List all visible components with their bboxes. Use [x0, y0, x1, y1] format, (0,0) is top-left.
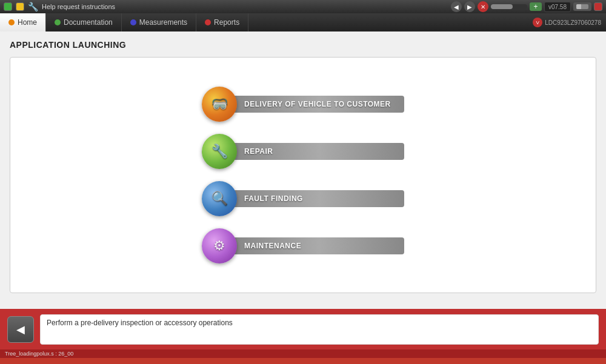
tab-reports[interactable]: Reports — [196, 13, 248, 31]
tab-measurements-label: Measurements — [139, 18, 187, 27]
footer: Tree_loadingpolux.s : 26_00 — [0, 349, 606, 358]
main-content: APPLICATION LAUNCHING 🥽 DELIVERY OF VEHI… — [0, 31, 606, 309]
vehicle-icon: V — [533, 18, 542, 27]
repair-icon: 🔧 — [202, 134, 237, 169]
version-label: v07.58 — [544, 2, 571, 12]
tab-documentation-label: Documentation — [64, 18, 113, 27]
forward-sys-button[interactable]: ▶ — [464, 1, 475, 12]
tab-home[interactable]: Home — [0, 13, 46, 31]
status-description: Perform a pre-delivery inspection or acc… — [40, 314, 599, 345]
meas-tab-dot — [130, 19, 136, 25]
delivery-label: DELIVERY OF VEHICLE TO CUSTOMER — [235, 96, 404, 113]
tab-documentation[interactable]: Documentation — [46, 13, 122, 31]
back-arrow-icon: ◀ — [16, 323, 25, 336]
title-bar-text: Help request instructions — [42, 3, 447, 10]
progress-indicator — [573, 2, 591, 11]
title-bar: 🔧 Help request instructions ◀ ▶ ✕ + v07.… — [0, 0, 606, 13]
delivery-icon: 🥽 — [202, 87, 237, 122]
stop-sys-button[interactable]: ✕ — [478, 1, 488, 12]
vehicle-id: LDC923LZ97060278 — [545, 19, 601, 26]
close-button[interactable] — [594, 2, 602, 11]
plus-button[interactable]: + — [530, 2, 542, 11]
tab-home-label: Home — [18, 18, 37, 27]
nav-bar: Home Documentation Measurements Reports … — [0, 13, 606, 31]
maximize-button[interactable] — [16, 2, 24, 11]
maintenance-icon: ⚙ — [202, 228, 237, 263]
back-sys-button[interactable]: ◀ — [451, 1, 462, 12]
repair-label: REPAIR — [235, 143, 404, 160]
fault-label: FAULT FINDING — [235, 190, 404, 207]
app-item-delivery[interactable]: 🥽 DELIVERY OF VEHICLE TO CUSTOMER — [202, 87, 404, 122]
vehicle-id-area: V LDC923LZ97060278 — [533, 13, 606, 31]
maintenance-label: MAINTENANCE — [235, 237, 404, 254]
app-item-fault[interactable]: 🔍 FAULT FINDING — [202, 181, 404, 216]
app-item-maintenance[interactable]: ⚙ MAINTENANCE — [202, 228, 404, 263]
footer-text: Tree_loadingpolux.s : 26_00 — [5, 351, 73, 357]
status-text: Perform a pre-delivery inspection or acc… — [47, 319, 233, 327]
volume-slider[interactable] — [491, 4, 527, 9]
page-title: APPLICATION LAUNCHING — [10, 40, 596, 50]
tab-measurements[interactable]: Measurements — [122, 13, 196, 31]
app-item-repair[interactable]: 🔧 REPAIR — [202, 134, 404, 169]
minimize-button[interactable] — [4, 2, 12, 11]
back-button[interactable]: ◀ — [7, 316, 34, 343]
doc-tab-dot — [55, 19, 61, 25]
status-bar: ◀ Perform a pre-delivery inspection or a… — [0, 309, 606, 349]
rep-tab-dot — [205, 19, 211, 25]
home-tab-dot — [8, 19, 15, 25]
title-bar-controls: ◀ ▶ ✕ + v07.58 — [451, 1, 602, 12]
tab-reports-label: Reports — [214, 18, 239, 27]
app-panel: 🥽 DELIVERY OF VEHICLE TO CUSTOMER 🔧 REPA… — [10, 57, 596, 293]
fault-icon: 🔍 — [202, 181, 237, 216]
